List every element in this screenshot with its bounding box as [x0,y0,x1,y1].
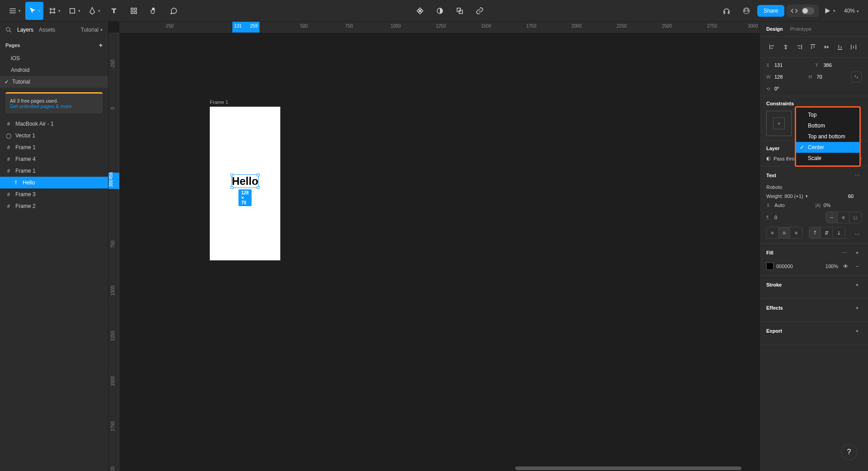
w-input[interactable] [774,74,802,80]
text-align-center-button[interactable]: ≡ [778,227,790,238]
link-button[interactable] [471,2,489,20]
resize-handle-ne[interactable] [257,174,259,176]
text-content: Hello [232,175,259,188]
font-size-input[interactable] [848,193,862,199]
assets-tab[interactable]: Assets [39,27,55,33]
fixed-size-button[interactable]: □ [849,212,861,223]
text-valign-bottom-button[interactable]: ⤓ [833,227,844,238]
page-tutorial[interactable]: Tutorial [0,76,108,88]
resize-handle-sw[interactable] [231,186,233,189]
constraint-option-center[interactable]: Center [796,142,859,153]
present-button[interactable] [821,2,839,20]
boolean-button[interactable] [451,2,469,20]
share-button[interactable]: Share [757,5,784,17]
text-valign-top-button[interactable]: ⤒ [809,227,821,238]
paragraph-spacing-input[interactable]: 0 [774,215,777,220]
layer-vector1[interactable]: ◯Vector 1 [0,130,108,141]
resize-handle-se[interactable] [257,186,259,189]
text-more-button[interactable]: … [853,228,862,237]
help-button[interactable]: ? [841,444,857,460]
layer-frame4[interactable]: #Frame 4 [0,153,108,165]
text-align-right-button[interactable]: ≡ [790,227,802,238]
constraint-option-scale[interactable]: Scale [796,153,859,164]
canvas-scrollbar-h[interactable] [515,466,741,470]
page-ios[interactable]: iOS [0,52,108,64]
rotation-input[interactable] [774,86,802,91]
component-button[interactable] [411,2,429,20]
prototype-tab[interactable]: Prototype [790,26,811,32]
lock-aspect-button[interactable] [851,71,862,82]
svg-rect-0 [9,8,16,9]
font-family-select[interactable]: Roboto [766,184,782,190]
constraint-dropdown[interactable]: Top Bottom Top and bottom Center Scale [795,106,861,167]
page-android[interactable]: Android [0,64,108,76]
design-tab[interactable]: Design [766,26,783,32]
frame-tool-button[interactable] [45,2,63,20]
add-export-button[interactable]: + [853,326,862,335]
effects-section-title: Effects [766,305,783,311]
fill-hex-input[interactable]: 000000 [776,264,793,269]
constraint-widget[interactable]: + [766,111,792,136]
auto-height-button[interactable]: ≡ [838,212,849,223]
layer-section-title: Layer [766,146,779,151]
constraint-option-top[interactable]: Top [796,109,859,120]
search-icon[interactable] [5,27,12,33]
comment-tool-button[interactable] [165,2,183,20]
move-tool-button[interactable] [25,2,43,20]
font-weight-select[interactable]: Weight: 800 (+1) [766,193,803,199]
add-effect-button[interactable]: + [853,303,862,312]
letter-spacing-input[interactable]: 0% [824,203,831,208]
add-stroke-button[interactable]: + [853,280,862,289]
layer-frame1b[interactable]: #Frame 1 [0,165,108,177]
frame-1[interactable]: Hello 128 × 70 [210,107,280,260]
upgrade-link[interactable]: Get unlimited pages & more [10,104,71,109]
add-fill-button[interactable]: + [853,248,862,257]
h-input[interactable] [817,74,844,80]
dev-toggle-switch[interactable] [802,7,814,14]
constraint-option-bottom[interactable]: Bottom [796,120,859,131]
text-valign-middle-button[interactable]: ⇵ [821,227,833,238]
distribute-button[interactable] [848,41,859,53]
frame-label[interactable]: Frame 1 [210,99,228,105]
add-page-button[interactable]: + [99,42,103,49]
constraint-option-top-bottom[interactable]: Top and bottom [796,131,859,142]
layer-frame1a[interactable]: #Frame 1 [0,141,108,153]
y-input[interactable] [824,62,851,68]
mask-button[interactable] [431,2,449,20]
svg-rect-1 [9,10,16,11]
align-left-button[interactable] [766,41,778,53]
layer-frame2[interactable]: #Frame 2 [0,200,108,212]
text-style-button[interactable]: ⋯ [853,171,862,180]
align-bottom-button[interactable] [834,41,846,53]
zoom-select[interactable]: 40% [840,8,863,14]
text-align-left-button[interactable]: ≡ [767,227,778,238]
page-dropdown[interactable]: Tutorial [80,27,99,33]
remove-fill-button[interactable]: − [853,262,862,271]
shape-tool-button[interactable] [65,2,83,20]
auto-width-button[interactable]: ↔ [826,212,838,223]
dev-mode-toggle[interactable] [786,5,819,17]
fill-swatch[interactable] [766,263,774,270]
main-menu-button[interactable] [5,2,24,20]
resize-handle-nw[interactable] [231,174,233,176]
align-v-center-button[interactable] [821,41,832,53]
avatar-button[interactable] [737,2,755,20]
align-right-button[interactable] [793,41,805,53]
text-tool-button[interactable] [105,2,123,20]
pen-tool-button[interactable] [85,2,103,20]
align-top-button[interactable] [807,41,819,53]
fill-style-button[interactable]: ⋯ [840,248,849,257]
layer-frame3[interactable]: #Frame 3 [0,188,108,200]
fill-opacity-input[interactable]: 100% [826,264,838,269]
layers-tab[interactable]: Layers [17,27,33,33]
line-height-input[interactable]: Auto [774,203,785,208]
align-h-center-button[interactable] [780,41,792,53]
audio-button[interactable] [717,2,736,20]
layer-macbook[interactable]: #MacBook Air - 1 [0,118,108,130]
text-node-hello[interactable]: Hello 128 × 70 [231,174,259,188]
hand-tool-button[interactable] [145,2,163,20]
resources-button[interactable] [125,2,143,20]
x-input[interactable] [774,62,802,68]
layer-hello[interactable]: THello [0,177,108,188]
fill-visibility-button[interactable]: 👁 [841,262,850,271]
